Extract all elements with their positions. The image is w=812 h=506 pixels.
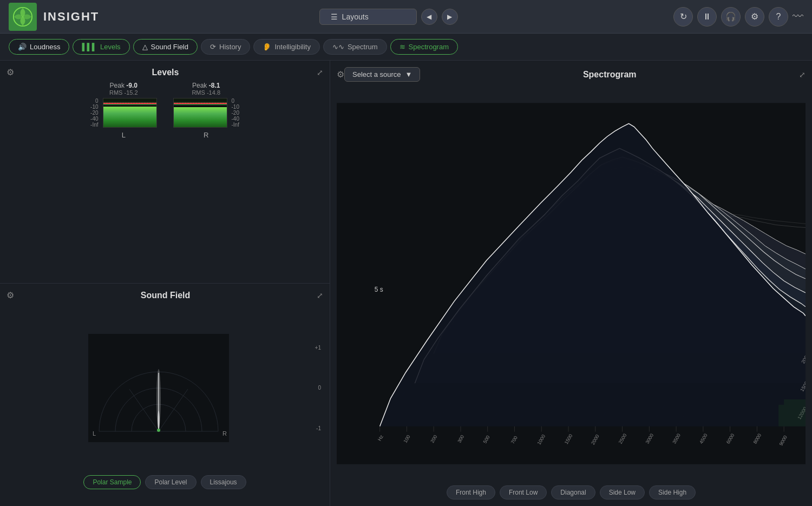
tab-spectrogram-label: Spectrogram: [409, 43, 449, 51]
spectrogram-icon: ≋: [400, 43, 405, 51]
svg-rect-81: [784, 399, 806, 426]
diagonal-tab[interactable]: Diagonal: [551, 485, 595, 500]
left-peak-label: Peak -9.0: [109, 82, 138, 89]
left-panel: ⚙ Levels ⤢ Peak -9.0 RMS -15.2: [0, 61, 330, 506]
soundfield-icon: △: [142, 43, 148, 51]
tab-history[interactable]: ⟳ History: [201, 39, 250, 55]
intelligibility-icon: 👂: [263, 43, 271, 51]
left-channel-label: L: [122, 131, 126, 139]
spectrum-icon: ∿∿: [332, 43, 344, 51]
left-scale: 0 -10 -20 -40 -Inf: [90, 98, 100, 128]
app-title: INSIGHT: [43, 10, 99, 24]
tab-bar: 🔊 Loudness ▌▌▌ Levels △ Sound Field ⟳ Hi…: [0, 34, 812, 61]
loudness-icon: 🔊: [18, 43, 27, 51]
front-low-tab[interactable]: Front Low: [500, 485, 547, 500]
logo-box: [9, 3, 37, 31]
soundfield-gear-button[interactable]: ⚙: [6, 290, 14, 300]
tab-loudness[interactable]: 🔊 Loudness: [9, 39, 69, 55]
left-rms-label: RMS -15.2: [109, 89, 138, 96]
tab-history-label: History: [219, 43, 241, 51]
layouts-label: Layouts: [342, 12, 369, 21]
settings-button[interactable]: ⚙: [745, 7, 764, 27]
right-panel: ⚙ Select a source ▼ Spectrogram ⤢: [330, 61, 812, 506]
scale-plus1: +1: [315, 345, 321, 351]
spectrogram-expand-button[interactable]: ⤢: [799, 70, 806, 79]
tab-soundfield[interactable]: △ Sound Field: [133, 39, 198, 55]
right-rms-label: RMS -14.8: [192, 89, 220, 96]
top-bar: INSIGHT ☰ Layouts ◀ ▶ ↻ ⏸ 🎧 ⚙ ? 〰: [0, 0, 812, 34]
spectrogram-header: ⚙ Select a source ▼ Spectrogram ⤢: [337, 67, 806, 82]
soundfield-expand-button[interactable]: ⤢: [317, 291, 323, 300]
soundfield-tabs: Polar Sample Polar Level Lissajous: [6, 475, 323, 489]
levels-content: Peak -9.0 RMS -15.2 0 -10 -20 -40 -Inf: [6, 82, 323, 270]
tab-spectrum[interactable]: ∿∿ Spectrum: [323, 39, 387, 55]
left-meter-bar: [103, 98, 157, 128]
tab-spectrogram[interactable]: ≋ Spectrogram: [390, 39, 458, 55]
tab-loudness-label: Loudness: [30, 43, 60, 51]
polar-level-tab[interactable]: Polar Level: [145, 475, 196, 489]
tab-intelligibility-label: Intelligibility: [274, 43, 310, 51]
history-icon: ⟳: [210, 43, 216, 51]
right-peak-line: [174, 103, 227, 104]
source-label: Select a source: [352, 70, 401, 78]
levels-section: ⚙ Levels ⤢ Peak -9.0 RMS -15.2: [0, 61, 330, 284]
side-high-tab[interactable]: Side High: [649, 485, 696, 500]
spectrogram-tabs: Front High Front Low Diagonal Side Low S…: [337, 485, 806, 500]
levels-title: Levels: [14, 68, 317, 77]
spectrogram-area: Hz 100 200 300 500 700 1000 1500 2000 25…: [337, 86, 806, 481]
polar-sample-tab[interactable]: Polar Sample: [83, 475, 141, 489]
pause-button[interactable]: ⏸: [697, 7, 717, 27]
svg-text:L: L: [93, 430, 96, 437]
squiggle-icon: 〰: [793, 10, 803, 23]
layouts-button[interactable]: ☰ Layouts: [319, 9, 417, 25]
list-icon: ☰: [331, 12, 338, 21]
svg-point-9: [158, 411, 160, 430]
layouts-section: ☰ Layouts ◀ ▶: [110, 9, 667, 25]
polar-display: L R: [88, 334, 229, 442]
levels-expand-button[interactable]: ⤢: [317, 68, 323, 77]
left-meter-labels: Peak -9.0 RMS -15.2: [109, 82, 138, 96]
scale-0: 0: [318, 385, 321, 391]
svg-text:R: R: [222, 430, 227, 437]
next-layout-button[interactable]: ▶: [442, 9, 458, 25]
soundfield-section: ⚙ Sound Field ⤢: [0, 284, 330, 506]
left-meter-fill: [103, 107, 156, 127]
time-label: 5 s: [375, 286, 383, 293]
dropdown-arrow-icon: ▼: [405, 70, 412, 78]
tab-intelligibility[interactable]: 👂 Intelligibility: [253, 39, 319, 55]
levels-icon: ▌▌▌: [82, 43, 97, 51]
levels-header: ⚙ Levels ⤢: [6, 67, 323, 77]
spectrogram-gear-button[interactable]: ⚙: [337, 69, 344, 80]
spectrogram-3d-view: Hz 100 200 300 500 700 1000 1500 2000 25…: [337, 86, 806, 481]
tab-soundfield-label: Sound Field: [151, 43, 188, 51]
tab-levels[interactable]: ▌▌▌ Levels: [73, 39, 129, 55]
right-meter-fill: [174, 107, 227, 127]
lissajous-tab[interactable]: Lissajous: [201, 475, 246, 489]
spectrogram-title: Spectrogram: [420, 70, 799, 80]
tab-levels-label: Levels: [100, 43, 121, 51]
refresh-button[interactable]: ↻: [673, 7, 693, 27]
right-peak-label: Peak -8.1: [192, 82, 220, 89]
right-meter-bar: [173, 98, 227, 128]
levels-gear-button[interactable]: ⚙: [6, 67, 14, 77]
left-peak-line: [103, 103, 156, 104]
front-high-tab[interactable]: Front High: [447, 485, 495, 500]
svg-point-10: [157, 429, 160, 432]
main-content: ⚙ Levels ⤢ Peak -9.0 RMS -15.2: [0, 61, 812, 506]
top-right-controls: ↻ ⏸ 🎧 ⚙ ? 〰: [673, 7, 803, 27]
scale-minus1: -1: [316, 425, 321, 431]
right-scale: 0 -10 -20 -40 -Inf: [230, 98, 239, 128]
headphone-button[interactable]: 🎧: [721, 7, 741, 27]
right-channel-label: R: [204, 131, 208, 139]
tab-spectrum-label: Spectrum: [348, 43, 378, 51]
side-low-tab[interactable]: Side Low: [600, 485, 645, 500]
soundfield-title: Sound Field: [14, 291, 317, 300]
source-selector[interactable]: Select a source ▼: [344, 67, 420, 82]
meter-right: Peak -8.1 RMS -14.8: [173, 82, 239, 270]
logo-icon: [12, 6, 33, 27]
meter-left: Peak -9.0 RMS -15.2 0 -10 -20 -40 -Inf: [90, 82, 156, 270]
prev-layout-button[interactable]: ◀: [421, 9, 437, 25]
soundfield-header: ⚙ Sound Field ⤢: [6, 290, 323, 300]
right-meter-labels: Peak -8.1 RMS -14.8: [192, 82, 220, 96]
help-button[interactable]: ?: [769, 7, 788, 27]
